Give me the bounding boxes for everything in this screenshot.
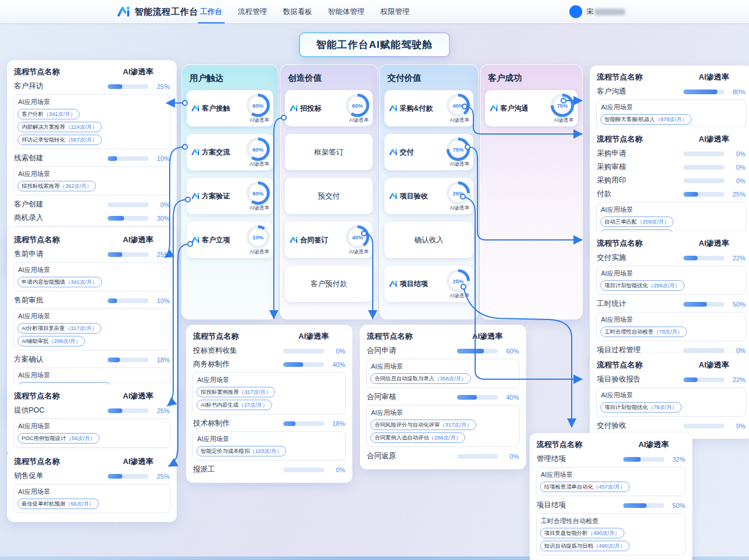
ai-penetration-value: 0%: [328, 348, 345, 355]
nav-tab-process-mgmt[interactable]: 流程管理: [238, 0, 267, 23]
scenario-pill[interactable]: AI标书内容生成（27次/月）: [197, 400, 272, 410]
node-name-column-header: 流程节点名称: [367, 331, 456, 342]
scenario-pill[interactable]: 结项检查清单自动化（457次/月）: [540, 482, 630, 492]
process-node-name: 采购申请: [597, 149, 683, 159]
process-stage-node[interactable]: 项目结项25%AI渗透率: [384, 266, 473, 302]
scenario-pill[interactable]: 内部解决方案推荐（124次/月）: [18, 122, 102, 132]
ai-penetration-value: 0%: [328, 466, 345, 473]
scenario-pill-list: 客户分析（341次/月）内部解决方案推荐（124次/月）拜访记录智能转化（567…: [18, 109, 166, 145]
card-header: 流程节点名称AI渗透率: [537, 439, 685, 450]
scenario-pill[interactable]: 客户分析（341次/月）: [18, 109, 80, 119]
process-stage-node[interactable]: 客户接触60%AI渗透率: [187, 90, 273, 126]
scenario-pill[interactable]: POC用例智能设计（56次/月）: [18, 433, 99, 444]
scenario-pill[interactable]: 项目计划智能优化（256次/月）: [600, 280, 685, 291]
ai-penetration-bar-fill: [108, 156, 117, 161]
ai-icon: [191, 192, 200, 201]
donut-value: 40%: [446, 94, 470, 117]
process-row: 售前申请25%: [14, 249, 170, 260]
ai-penetration-donut: 75%: [551, 94, 574, 117]
process-node-name: 付款: [597, 189, 683, 199]
process-row: 工时统计50%: [597, 298, 745, 310]
process-stage-node[interactable]: 框架签订: [285, 134, 373, 170]
process-stage-node[interactable]: 交付75%AI渗透率: [384, 134, 473, 170]
nav-tab-permission-mgmt[interactable]: 权限管理: [380, 0, 410, 23]
scenario-pill[interactable]: 项目计划智能优化（78次/月）: [600, 402, 682, 413]
process-stage-node[interactable]: 招投标60%AI渗透率: [285, 90, 373, 126]
node-label: 招投标: [290, 104, 321, 114]
process-row: 报派工0%: [193, 464, 345, 475]
ai-rate-column-header: AI渗透率: [106, 456, 170, 467]
ai-penetration-donut: 25%: [446, 181, 470, 205]
ai-rate-column-header: AI渗透率: [456, 331, 519, 342]
scenario-pill-list: 最佳促单时机预测（56次/月）: [18, 499, 166, 509]
scenario-pill[interactable]: 合同信息自动提取与录入（356次/月）: [370, 373, 471, 384]
user-menu[interactable]: 宋: [569, 0, 625, 23]
scenario-pill-list: 工时合理性自动检查（78次/月）: [600, 327, 742, 337]
process-node-name: 提供POC: [14, 406, 108, 415]
scenario-pill[interactable]: 拜访记录智能转化（567次/月）: [18, 135, 102, 145]
ai-penetration-donut: 60%: [246, 94, 270, 117]
process-node-name: 售前申请: [14, 249, 108, 259]
scenario-pill[interactable]: 项目复盘智能分析（490次/月）: [540, 528, 624, 538]
stage-title: 用户触达: [190, 73, 270, 84]
process-node-name: 销售促单: [14, 471, 108, 481]
nav-tab-agent-mgmt[interactable]: 智能体管理: [328, 0, 365, 23]
ai-scenario-label: AI应用场景: [18, 312, 166, 321]
node-name-column-header: 流程节点名称: [14, 235, 106, 245]
process-stage-node[interactable]: 客户立项10%AI渗透率: [187, 222, 273, 258]
ai-rate-column-header: AI渗透率: [682, 360, 745, 370]
user-avatar[interactable]: [569, 5, 582, 18]
scenario-pill[interactable]: AI分析项目复杂度（317次/月）: [18, 323, 101, 334]
scenario-pill[interactable]: 最佳促单时机预测（56次/月）: [18, 499, 99, 509]
process-stage-node[interactable]: 预交付: [285, 178, 373, 214]
process-stage-node[interactable]: 采购&付款40%AI渗透率: [384, 90, 473, 126]
ai-penetration-bar-fill: [623, 503, 647, 508]
node-name-column-header: 流程节点名称: [597, 134, 682, 145]
ai-penetration-bar-fill: [283, 362, 303, 367]
node-label: 客户接触: [191, 104, 230, 114]
process-row: 客户沟通80%: [597, 86, 745, 97]
process-row: 技术标制作18%: [193, 418, 345, 429]
process-stage-node[interactable]: 方案交流60%AI渗透率: [187, 134, 273, 170]
process-stage-node[interactable]: 客户沟通75%AI渗透率: [485, 90, 578, 126]
ai-scenario-label: AI应用场景: [18, 422, 166, 431]
ai-scenario-label: AI应用场景: [601, 205, 741, 214]
scenario-pill[interactable]: 招投标线索推荐（362次/月）: [18, 181, 96, 191]
stage-title: 创造价值: [288, 73, 370, 84]
process-stage-node[interactable]: 客户预付款: [285, 266, 373, 302]
ai-scenario-label: AI应用场景: [541, 470, 681, 479]
process-stage-node[interactable]: 项目验收25%AI渗透率: [384, 178, 473, 214]
main-nav: 工作台 流程管理 数据看板 智能体管理 权限管理: [200, 0, 410, 23]
process-node-name: 商机录入: [14, 213, 108, 223]
process-stage-node[interactable]: 合同签订40%AI渗透率: [285, 222, 373, 258]
scenario-pill[interactable]: 申请内容智能预填（341次/月）: [18, 277, 102, 287]
scenario-pill[interactable]: 智能定价与成本模拟（103次/月）: [197, 446, 286, 456]
process-row: 客户创建0%: [14, 199, 170, 210]
ai-penetration-bar-fill: [108, 474, 122, 479]
scenario-pill[interactable]: 智能聊天客服/机器人（879次/月）: [600, 114, 692, 125]
app-logo[interactable]: 智能流程工作台: [117, 0, 198, 23]
scenario-pill[interactable]: 工时合理性自动检查（78次/月）: [600, 327, 687, 337]
ai-logo-icon: [117, 5, 131, 19]
card-header: 流程节点名称AI渗透率: [14, 235, 170, 245]
scenario-pill[interactable]: 合同风险评分与自动化评审（317次/月）: [370, 420, 476, 430]
ai-penetration-bar: [683, 424, 724, 428]
process-row: 采购申请0%: [597, 148, 745, 159]
nav-tab-data-board[interactable]: 数据看板: [283, 0, 312, 23]
ai-penetration-value: 40%: [501, 394, 519, 401]
donut-value: 60%: [246, 138, 270, 161]
scenario-pill-list: 申请内容智能预填（341次/月）: [18, 277, 166, 287]
ai-penetration-donut: 25%: [446, 269, 470, 293]
scenario-pill[interactable]: 知识自动提炼与归档（490次/月）: [540, 541, 630, 551]
process-stage-node[interactable]: 方案验证60%AI渗透率: [187, 178, 273, 214]
ai-icon: [290, 104, 298, 113]
scenario-pill[interactable]: 自动三单匹配（209次/月）: [600, 217, 674, 227]
node-name-column-header: 流程节点名称: [14, 391, 106, 401]
ai-penetration-value: 22%: [728, 376, 745, 383]
scenario-pill[interactable]: AI辅助审批（289次/月）: [18, 336, 85, 346]
process-stage-node[interactable]: 确认收入: [384, 222, 473, 258]
scenario-pill[interactable]: 招投标案例推荐（317次/月）: [197, 387, 275, 397]
ai-scenario-label: AI应用场景: [601, 391, 741, 400]
scenario-pill[interactable]: 合同案例入选自动评估（286次/月）: [370, 432, 465, 443]
nav-tab-workbench[interactable]: 工作台: [200, 0, 222, 23]
